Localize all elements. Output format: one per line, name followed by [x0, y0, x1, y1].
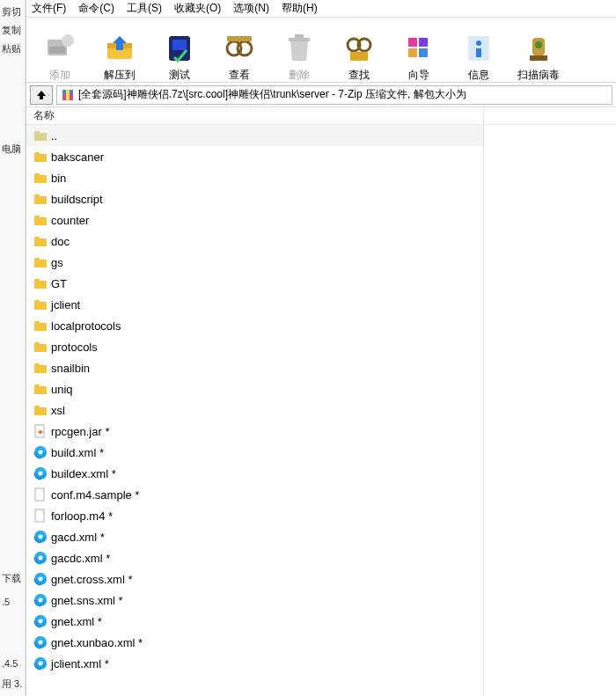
- item-name: gacd.xml *: [51, 531, 105, 544]
- list-item[interactable]: gs: [26, 252, 483, 273]
- winrar-window: 文件(F) 命令(C) 工具(S) 收藏夹(O) 选项(N) 帮助(H) 添加 …: [26, 0, 616, 696]
- view-button[interactable]: 查看: [209, 21, 269, 83]
- item-name: rpcgen.jar *: [51, 425, 109, 438]
- virus-scan-button[interactable]: 扫描病毒: [509, 21, 568, 83]
- list-item[interactable]: localprotocols: [26, 315, 483, 336]
- background-app-sliver: 剪切 复制 粘贴 电脑 下载 .5 .4.5 用 3.: [0, 0, 26, 696]
- bg-cut-label: 剪切: [2, 5, 23, 18]
- list-item[interactable]: counter: [26, 209, 483, 231]
- item-name: gs: [51, 256, 63, 269]
- list-item[interactable]: buildex.xml *: [26, 463, 483, 484]
- list-item[interactable]: GT: [26, 273, 483, 294]
- item-name: gnet.xml *: [51, 615, 102, 628]
- bg-paste-label: 粘贴: [2, 42, 23, 55]
- list-item[interactable]: bakscaner: [26, 146, 483, 167]
- svg-point-24: [535, 41, 542, 48]
- item-name: bin: [51, 172, 66, 185]
- test-icon: [162, 31, 197, 66]
- jar-icon: [33, 424, 48, 438]
- menu-command[interactable]: 命令(C): [78, 1, 114, 16]
- xml-icon: [33, 445, 48, 459]
- xml-icon: [33, 656, 48, 670]
- path-text: [全套源码]神雕侠侣.7z\[src.cool]神雕侠侣\trunk\serve…: [78, 87, 466, 102]
- svg-rect-2: [62, 34, 74, 47]
- svg-rect-38: [34, 238, 47, 246]
- up-folder-button[interactable]: [30, 85, 53, 105]
- svg-rect-23: [530, 55, 547, 61]
- add-button[interactable]: 添加: [30, 21, 90, 83]
- xml-icon: [33, 530, 48, 544]
- view-icon: [222, 31, 257, 66]
- list-item[interactable]: jclient: [26, 294, 483, 315]
- svg-point-64: [39, 535, 43, 539]
- menu-help[interactable]: 帮助(H): [282, 1, 318, 16]
- folder-icon: [33, 171, 48, 185]
- list-item[interactable]: bin: [26, 167, 483, 188]
- svg-rect-17: [408, 48, 417, 57]
- wizard-button[interactable]: 向导: [389, 21, 449, 83]
- xml-icon: [33, 466, 48, 480]
- xml-icon: [33, 614, 48, 628]
- list-item[interactable]: gnet.xml *: [26, 611, 483, 632]
- list-item[interactable]: gnet.sns.xml *: [26, 590, 483, 611]
- list-item[interactable]: rpcgen.jar *: [26, 421, 483, 442]
- bg-computer-frag: 电脑: [2, 143, 24, 156]
- list-item[interactable]: snailbin: [26, 357, 483, 378]
- item-name: uniq: [51, 383, 73, 396]
- item-name: bakscaner: [51, 150, 104, 164]
- list-item[interactable]: protocols: [26, 336, 483, 357]
- svg-rect-42: [34, 281, 47, 289]
- list-item[interactable]: xsl: [26, 399, 483, 421]
- svg-point-60: [39, 472, 43, 476]
- svg-rect-21: [476, 48, 481, 57]
- list-item[interactable]: doc: [26, 231, 483, 252]
- folder-icon: [33, 361, 48, 375]
- bg-dl-frag1: 下载: [2, 572, 24, 585]
- svg-rect-27: [66, 90, 70, 100]
- list-item[interactable]: build.xml *: [26, 442, 483, 463]
- list-item[interactable]: forloop.m4 *: [26, 505, 483, 526]
- list-item[interactable]: buildscript: [26, 188, 483, 209]
- svg-point-66: [39, 556, 43, 560]
- svg-rect-44: [34, 302, 47, 310]
- file-list[interactable]: ..bakscanerbinbuildscriptcounterdocgsGTj…: [26, 125, 616, 696]
- extract-icon: [102, 31, 137, 66]
- svg-rect-46: [34, 323, 47, 331]
- add-icon: [42, 31, 77, 66]
- xml-icon: [33, 572, 48, 586]
- list-item[interactable]: gnet.cross.xml *: [26, 568, 483, 590]
- path-field[interactable]: [全套源码]神雕侠侣.7z\[src.cool]神雕侠侣\trunk\serve…: [56, 85, 612, 105]
- svg-rect-53: [34, 385, 40, 387]
- list-item[interactable]: ..: [26, 125, 483, 146]
- item-name: conf.m4.sample *: [51, 488, 139, 502]
- list-item[interactable]: gacdc.xml *: [26, 547, 483, 568]
- folder-icon: [33, 403, 48, 417]
- menu-tools[interactable]: 工具(S): [127, 1, 162, 16]
- menu-favorites[interactable]: 收藏夹(O): [174, 1, 221, 16]
- menu-file[interactable]: 文件(F): [32, 1, 66, 16]
- extract-button[interactable]: 解压到: [90, 21, 150, 83]
- list-item[interactable]: uniq: [26, 378, 483, 399]
- archive-icon: [61, 88, 75, 102]
- bg-dl-frag4: 用 3.: [2, 678, 24, 691]
- find-button[interactable]: 查找: [329, 21, 389, 83]
- info-button[interactable]: 信息: [449, 21, 509, 83]
- svg-rect-41: [34, 258, 40, 260]
- delete-button[interactable]: 删除: [269, 21, 329, 83]
- test-button[interactable]: 测试: [150, 21, 209, 83]
- item-name: gacdc.xml *: [51, 552, 110, 565]
- column-header[interactable]: 名称: [26, 107, 616, 125]
- list-item[interactable]: jclient.xml *: [26, 653, 483, 674]
- menu-options[interactable]: 选项(N): [233, 1, 269, 16]
- item-name: buildex.xml *: [51, 467, 116, 480]
- list-item[interactable]: gacd.xml *: [26, 526, 483, 547]
- svg-rect-47: [34, 321, 40, 324]
- svg-point-68: [39, 577, 43, 582]
- svg-rect-40: [34, 260, 47, 267]
- list-item[interactable]: conf.m4.sample *: [26, 484, 483, 505]
- svg-rect-1: [49, 47, 65, 54]
- list-item[interactable]: gnet.xunbao.xml *: [26, 632, 483, 653]
- item-name: GT: [51, 277, 67, 290]
- svg-rect-9: [227, 36, 252, 41]
- file-icon: [33, 509, 48, 523]
